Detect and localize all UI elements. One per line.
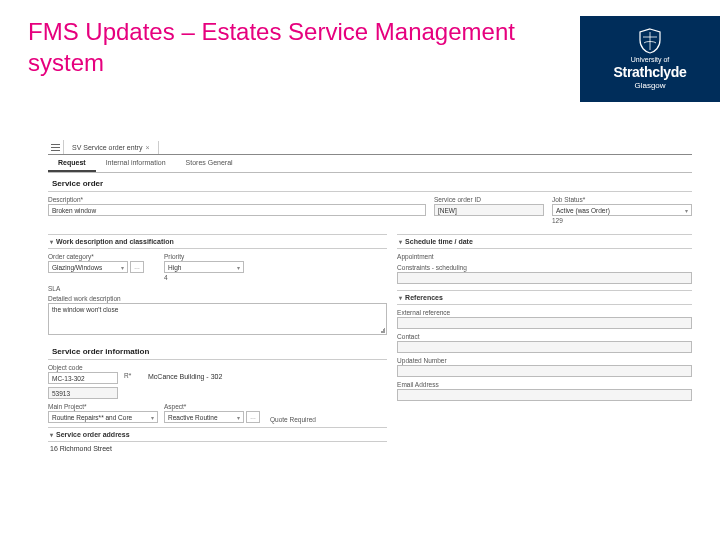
close-icon[interactable]: × [145,144,149,151]
address-value: 16 Richmond Street [48,442,387,455]
select-priority[interactable]: High▾ [164,261,244,273]
input-obj2: 53913 [48,387,118,399]
resize-handle-icon[interactable] [380,328,385,333]
collapse-schedule[interactable]: ▾Schedule time / date [397,234,692,249]
collapse-references[interactable]: ▾References [397,290,692,305]
field-quote: Quote Required [270,403,316,423]
collapse-work-class[interactable]: ▾Work description and classification [48,234,387,249]
label-soid: Service order ID [434,196,544,203]
lookup-button[interactable]: … [130,261,144,273]
section-info: Service order information [48,341,387,359]
chevron-down-icon: ▾ [151,414,154,421]
shield-icon [638,28,662,54]
chevron-down-icon: ▾ [685,207,688,214]
input-updated[interactable] [397,365,692,377]
hamburger-icon[interactable] [48,140,64,154]
chevron-down-icon: ▾ [399,294,402,301]
label-description: Description* [48,196,426,203]
lookup-button[interactable]: … [246,411,260,423]
collapse-address[interactable]: ▾Service order address [48,427,387,442]
field-object-code: Object code MC-13-302 R* McCance Buildin… [48,364,387,403]
field-description: Description* Broken window [48,196,426,224]
field-order-category: Order category* Glazing/Windows▾ … [48,253,158,281]
subtab-internal[interactable]: Internal information [96,155,176,172]
label-jobstatus: Job Status* [552,196,692,203]
page-title: FMS Updates – Estates Service Management… [28,16,580,78]
field-jobstatus: Job Status* Active (was Order)▾ 129 [552,196,692,224]
label-constraints: Constraints - scheduling [397,264,692,271]
textarea-detailed[interactable]: the window won't close [48,303,387,335]
chevron-down-icon: ▾ [237,414,240,421]
chevron-down-icon: ▾ [237,264,240,271]
subtabs: Request Internal information Stores Gene… [48,155,692,173]
field-aspect: Aspect* Reactive Routine▾ … [164,403,264,423]
label-sla: SLA [48,285,387,292]
input-constraints[interactable] [397,272,692,284]
subtab-request[interactable]: Request [48,155,96,172]
tab-label: SV Service order entry [72,144,142,151]
app-topbar: SV Service order entry × [48,140,692,155]
section-service-order: Service order [48,173,692,191]
chevron-down-icon: ▾ [121,264,124,271]
field-main-project: Main Project* Routine Repairs** and Core… [48,403,158,423]
field-priority: Priority High▾ 4 [164,253,244,281]
brand-name: Strathclyde [614,64,687,80]
input-contact[interactable] [397,341,692,353]
select-order-category[interactable]: Glazing/Windows▾ [48,261,128,273]
select-main-project[interactable]: Routine Repairs** and Core▾ [48,411,158,423]
chevron-down-icon: ▾ [399,238,402,245]
field-detailed: Detailed work description the window won… [48,295,387,335]
select-aspect[interactable]: Reactive Routine▾ [164,411,244,423]
brand-block: University of Strathclyde Glasgow [580,16,720,102]
label-appointment: Appointment [397,253,692,260]
jobstatus-code: 129 [552,217,692,224]
input-description[interactable]: Broken window [48,204,426,216]
chevron-down-icon: ▾ [50,238,53,245]
chevron-down-icon: ▾ [50,431,53,438]
subtab-stores[interactable]: Stores General [176,155,243,172]
select-jobstatus[interactable]: Active (was Order)▾ [552,204,692,216]
brand-uni: University of [631,56,670,63]
slide-header: FMS Updates – Estates Service Management… [0,0,720,110]
input-soid: [NEW] [434,204,544,216]
input-email[interactable] [397,389,692,401]
obj-desc: McCance Building - 302 [148,372,387,384]
app-panel: SV Service order entry × Request Interna… [48,140,692,455]
brand-city: Glasgow [634,81,665,90]
input-obj1[interactable]: MC-13-302 [48,372,118,384]
field-soid: Service order ID [NEW] [434,196,544,224]
tab-service-order-entry[interactable]: SV Service order entry × [64,141,159,154]
input-ext-ref[interactable] [397,317,692,329]
